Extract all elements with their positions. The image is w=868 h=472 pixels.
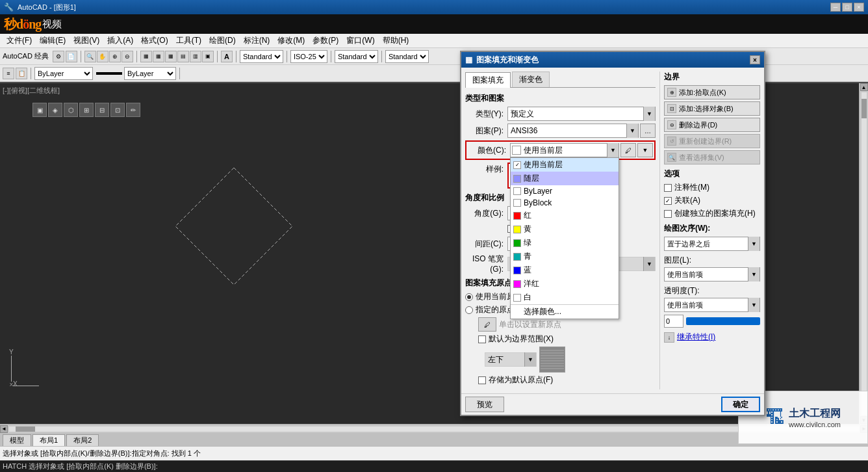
create-independent-cb-row[interactable]: 创建独立的图案填充(H) — [664, 208, 760, 219]
props-icon[interactable]: 📋 — [16, 68, 27, 79]
maximize-btn[interactable]: □ — [842, 3, 852, 12]
add-select-btn[interactable]: ⊡ 添加:选择对象(B) — [664, 101, 760, 116]
position-arrow[interactable]: ▼ — [524, 352, 536, 367]
color-opt-cyan[interactable]: 青 — [511, 250, 619, 263]
color-opt-current[interactable]: ✓ 使用当前层 — [511, 158, 619, 172]
draw-btn4[interactable]: ⊞ — [79, 103, 94, 117]
menu-format[interactable]: 格式(O) — [137, 34, 172, 47]
transparency-slider[interactable] — [686, 317, 760, 325]
standard-combo1[interactable]: Standard — [240, 50, 283, 63]
minimize-btn[interactable]: ─ — [830, 3, 841, 12]
menu-tools[interactable]: 工具(T) — [172, 34, 205, 47]
radio-current[interactable] — [465, 293, 473, 301]
default-boundary-cb[interactable] — [478, 335, 486, 343]
tab-layout2[interactable]: 布局2 — [66, 434, 99, 446]
menu-dimension[interactable]: 标注(N) — [240, 34, 274, 47]
associate-cb-row[interactable]: ✓ 关联(A) — [664, 195, 760, 206]
tab-gradient[interactable]: 渐变色 — [512, 72, 550, 87]
transparency-select[interactable]: 使用当前项 ▼ — [664, 298, 760, 312]
store-default-cb[interactable] — [478, 376, 486, 384]
draw-btn1[interactable]: ▣ — [32, 103, 47, 117]
menu-draw[interactable]: 绘图(D) — [205, 34, 240, 47]
color-checkbox[interactable] — [512, 146, 521, 155]
pan-icon[interactable]: ✋ — [97, 51, 108, 62]
draw-btn2[interactable]: ◈ — [48, 103, 62, 117]
draw-order-select[interactable]: 置于边界之后 ▼ — [664, 237, 760, 251]
menu-file[interactable]: 文件(F) — [3, 34, 36, 47]
toolbar-icon1[interactable]: 📄 — [66, 51, 77, 62]
draw-btn6[interactable]: ⊡ — [110, 103, 125, 117]
pattern-browse-btn[interactable]: … — [640, 124, 656, 138]
remove-boundary-btn[interactable]: ⊖ 删除边界(D) — [664, 118, 760, 132]
zoom-icon[interactable]: 🔍 — [84, 51, 96, 62]
a-icon[interactable]: A — [221, 51, 233, 62]
bylayer-combo1[interactable]: ByLayer — [34, 67, 93, 80]
color-opt-byblock[interactable]: ByBlock — [511, 197, 619, 209]
menu-modify[interactable]: 修改(M) — [274, 34, 309, 47]
menu-insert[interactable]: 插入(A) — [103, 34, 137, 47]
color-arrow[interactable]: ▼ — [607, 143, 619, 157]
ok-btn[interactable]: 确定 — [721, 397, 760, 412]
type-select[interactable]: 预定义 ▼ — [507, 107, 656, 121]
type-arrow[interactable]: ▼ — [643, 107, 655, 121]
zoom3-icon[interactable]: ⊖ — [121, 51, 133, 62]
transparency-arrow[interactable]: ▼ — [748, 298, 760, 312]
layer-select[interactable]: 使用当前项 ▼ — [664, 267, 760, 282]
inherit-label[interactable]: 继承特性(I) — [677, 332, 715, 343]
zoom2-icon[interactable]: ⊕ — [109, 51, 121, 62]
standard-combo2[interactable]: Standard — [335, 50, 378, 63]
draw-order-arrow[interactable]: ▼ — [748, 237, 760, 251]
iso-arrow[interactable]: ▼ — [643, 257, 655, 271]
color-icon-btn1[interactable]: 🖊 — [620, 143, 636, 157]
color-opt-yellow[interactable]: 黄 — [511, 222, 619, 236]
standard-combo3[interactable]: Standard — [385, 50, 429, 63]
layer-icon[interactable]: ≡ — [3, 68, 14, 79]
color-opt-green[interactable]: 绿 — [511, 236, 619, 250]
draw-btn3[interactable]: ⬡ — [64, 103, 78, 117]
menu-params[interactable]: 参数(P) — [309, 34, 342, 47]
color-opt-red[interactable]: 红 — [511, 209, 619, 222]
menu-window[interactable]: 窗口(W) — [342, 34, 378, 47]
color-opt-magenta[interactable]: 洋红 — [511, 277, 619, 291]
independent-checkbox[interactable] — [664, 210, 672, 218]
close-btn[interactable]: × — [854, 3, 864, 12]
color-opt-bylayer[interactable]: ByLayer — [511, 185, 619, 197]
pattern-arrow[interactable]: ▼ — [626, 124, 638, 138]
color-select[interactable]: 使用当前层 ▼ — [510, 143, 619, 157]
position-select[interactable]: 左下 ▼ — [485, 352, 537, 367]
associate-checkbox[interactable]: ✓ — [664, 197, 672, 205]
v-scrollbar[interactable]: ▲ ▼ — [859, 83, 868, 424]
block-icon2[interactable]: ▦ — [153, 51, 164, 62]
color-opt-bylayer-cn[interactable]: 随层 — [511, 172, 619, 185]
preview-btn[interactable]: 预览 — [465, 397, 504, 412]
bylayer-combo2[interactable]: ByLayer — [124, 67, 176, 80]
tab-model[interactable]: 模型 — [3, 434, 31, 446]
block-icon5[interactable]: ▥ — [190, 51, 201, 62]
dialog-close-btn[interactable]: × — [750, 55, 760, 64]
set-origin-btn[interactable]: 🖊 — [478, 317, 496, 332]
annotate-cb-row[interactable]: 注释性(M) — [664, 182, 760, 193]
color-opt-more[interactable]: 选择颜色... — [511, 304, 619, 319]
annotate-checkbox[interactable] — [664, 184, 672, 192]
transparency-num[interactable] — [664, 315, 683, 328]
layer-arrow[interactable]: ▼ — [748, 267, 760, 282]
radio-specified[interactable] — [465, 306, 473, 314]
pattern-select[interactable]: ANSI36 ▼ — [507, 124, 639, 138]
menu-help[interactable]: 帮助(H) — [379, 34, 413, 47]
tab-hatch[interactable]: 图案填充 — [465, 72, 511, 88]
view-select-btn[interactable]: 🔍 查看选择集(V) — [664, 150, 760, 164]
add-pick-btn[interactable]: ⊕ 添加:拾取点(K) — [664, 85, 760, 99]
block-icon4[interactable]: ▤ — [177, 51, 189, 62]
menu-edit[interactable]: 编辑(E) — [36, 34, 70, 47]
menu-view[interactable]: 视图(V) — [70, 34, 103, 47]
color-opt-blue[interactable]: 蓝 — [511, 263, 619, 277]
tab-layout1[interactable]: 布局1 — [32, 434, 65, 446]
color-opt-white[interactable]: 白 — [511, 291, 619, 304]
block-icon3[interactable]: ▦ — [165, 51, 177, 62]
recreate-btn[interactable]: ↺ 重新创建边界(R) — [664, 134, 760, 148]
iso-combo[interactable]: ISO-25 — [290, 50, 327, 63]
settings-icon[interactable]: ⚙ — [53, 51, 64, 62]
draw-btn5[interactable]: ⊟ — [95, 103, 109, 117]
block-icon6[interactable]: ▣ — [202, 51, 214, 62]
block-icon1[interactable]: ▦ — [140, 51, 152, 62]
